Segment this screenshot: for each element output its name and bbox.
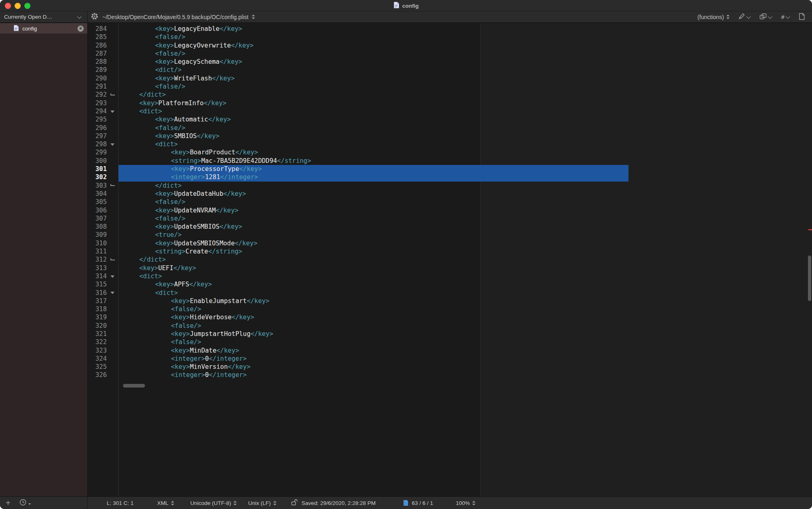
code-line[interactable]: 291<false/> — [88, 82, 812, 91]
lock-toggle-button[interactable] — [291, 499, 298, 507]
code-text[interactable]: <key>HideVerbose</key> — [118, 313, 254, 321]
line-number[interactable]: 304 — [88, 190, 107, 198]
code-text[interactable]: <key>UpdateNVRAM</key> — [118, 206, 238, 214]
code-text[interactable]: <key>LegacyOverwrite</key> — [118, 41, 254, 50]
code-line[interactable]: 284<key>LegacyEnable</key> — [88, 25, 812, 33]
code-text[interactable]: <key>SMBIOS</key> — [118, 132, 220, 140]
code-text[interactable]: <key>UpdateDataHub</key> — [118, 190, 246, 198]
line-number[interactable]: 321 — [88, 330, 107, 338]
line-number[interactable]: 286 — [88, 41, 107, 50]
add-document-button[interactable]: + — [6, 499, 11, 507]
code-line[interactable]: 287<false/> — [88, 50, 812, 58]
counterparts-menu-button[interactable] — [760, 13, 772, 21]
line-number[interactable]: 314 — [88, 272, 107, 280]
close-file-button[interactable]: × — [78, 26, 84, 32]
code-line[interactable]: 305<false/> — [88, 198, 812, 206]
line-number[interactable]: 294 — [88, 107, 107, 115]
line-number[interactable]: 299 — [88, 148, 107, 156]
line-number[interactable]: 289 — [88, 66, 107, 74]
line-number[interactable]: 291 — [88, 82, 107, 91]
code-line[interactable]: 306<key>UpdateNVRAM</key> — [88, 206, 812, 214]
code-line[interactable]: 295<key>Automatic</key> — [88, 115, 812, 123]
line-number[interactable]: 300 — [88, 157, 107, 165]
code-text[interactable]: <key>MinDate</key> — [118, 347, 239, 355]
code-line[interactable]: 290<key>WriteFlash</key> — [88, 74, 812, 82]
line-number[interactable]: 305 — [88, 198, 107, 206]
code-line[interactable]: 303</dict> — [88, 182, 812, 190]
line-number[interactable]: 316 — [88, 289, 107, 297]
code-line[interactable]: 307<false/> — [88, 214, 812, 223]
code-line[interactable]: 321<key>JumpstartHotPlug</key> — [88, 330, 812, 338]
recent-documents-button[interactable] — [19, 499, 31, 507]
horizontal-scrollbar-thumb[interactable] — [123, 384, 145, 388]
code-line[interactable]: 293<key>PlatformInfo</key> — [88, 99, 812, 107]
line-number[interactable]: 315 — [88, 280, 107, 288]
line-number[interactable]: 287 — [88, 50, 107, 58]
code-text[interactable]: <key>APFS</key> — [118, 280, 212, 288]
code-text[interactable]: <false/> — [118, 214, 186, 223]
code-line[interactable]: 300<string>Mac-7BA5B2D9E42DDD94</string> — [88, 157, 812, 165]
code-line[interactable]: 315<key>APFS</key> — [88, 280, 812, 288]
code-line[interactable]: 312</dict> — [88, 256, 812, 264]
line-number[interactable]: 326 — [88, 371, 107, 379]
code-text[interactable]: <false/> — [118, 322, 201, 330]
line-number[interactable]: 324 — [88, 355, 107, 363]
code-text[interactable]: <key>PlatformInfo</key> — [118, 99, 227, 107]
line-number[interactable]: 297 — [88, 132, 107, 140]
code-text[interactable]: <key>ProcessorType</key> — [118, 165, 262, 173]
line-number[interactable]: 323 — [88, 347, 107, 355]
sidebar-source-dropdown[interactable]: Currently Open D… — [0, 11, 88, 22]
encoding-menu[interactable]: Unicode (UTF-8) — [190, 500, 237, 506]
code-text[interactable]: <key>WriteFlash</key> — [118, 74, 235, 82]
line-number[interactable]: 325 — [88, 363, 107, 371]
code-text[interactable]: </dict> — [118, 91, 166, 99]
line-number[interactable]: 306 — [88, 206, 107, 214]
markers-menu-button[interactable] — [739, 13, 751, 21]
code-line[interactable]: 311<string>Create</string> — [88, 247, 812, 256]
line-number[interactable]: 307 — [88, 214, 107, 223]
code-line[interactable]: 296<false/> — [88, 124, 812, 132]
code-line[interactable]: 292</dict> — [88, 91, 812, 99]
code-line[interactable]: 298<dict> — [88, 140, 812, 148]
vertical-scrollbar-thumb[interactable] — [808, 256, 811, 301]
code-line[interactable]: 314<dict> — [88, 272, 812, 280]
code-line[interactable]: 285<false/> — [88, 33, 812, 41]
code-text[interactable]: <dict> — [118, 272, 162, 280]
code-text[interactable]: <false/> — [118, 305, 201, 313]
code-text[interactable]: <false/> — [118, 338, 201, 346]
code-line[interactable]: 323<key>MinDate</key> — [88, 347, 812, 355]
code-text[interactable]: <integer>0</integer> — [118, 371, 247, 379]
code-text[interactable]: <integer>0</integer> — [118, 355, 247, 363]
code-text[interactable]: <dict> — [118, 289, 178, 297]
zoom-menu[interactable]: 100% — [456, 500, 476, 506]
code-line[interactable]: 316<dict> — [88, 289, 812, 297]
code-line[interactable]: 313<key>UEFI</key> — [88, 264, 812, 272]
line-number[interactable]: 295 — [88, 115, 107, 123]
code-text[interactable]: <true/> — [118, 231, 181, 239]
code-line[interactable]: 322<false/> — [88, 338, 812, 346]
line-number[interactable]: 290 — [88, 74, 107, 82]
code-text[interactable]: <key>Automatic</key> — [118, 115, 231, 123]
code-text[interactable]: <key>LegacySchema</key> — [118, 58, 242, 66]
line-number[interactable]: 308 — [88, 223, 107, 231]
code-text[interactable]: <false/> — [118, 124, 186, 132]
fold-open-icon[interactable] — [107, 289, 118, 297]
document-options-button[interactable] — [799, 13, 805, 21]
line-number[interactable]: 313 — [88, 264, 107, 272]
line-number[interactable]: 320 — [88, 322, 107, 330]
code-line[interactable]: 310<key>UpdateSMBIOSMode</key> — [88, 239, 812, 247]
line-number[interactable]: 302 — [88, 173, 107, 181]
code-line[interactable]: 294<dict> — [88, 107, 812, 115]
code-line[interactable]: 324<integer>0</integer> — [88, 355, 812, 363]
line-number[interactable]: 296 — [88, 124, 107, 132]
line-number[interactable]: 301 — [88, 165, 107, 173]
code-text[interactable]: <dict/> — [118, 66, 181, 74]
code-text[interactable]: <integer>1281</integer> — [118, 173, 258, 181]
code-text[interactable]: <false/> — [118, 33, 186, 41]
line-number[interactable]: 317 — [88, 297, 107, 305]
line-number[interactable]: 311 — [88, 247, 107, 256]
code-text[interactable]: <key>UEFI</key> — [118, 264, 196, 272]
code-text[interactable]: <key>JumpstartHotPlug</key> — [118, 330, 273, 338]
code-line[interactable]: 325<key>MinVersion</key> — [88, 363, 812, 371]
code-line[interactable]: 317<key>EnableJumpstart</key> — [88, 297, 812, 305]
